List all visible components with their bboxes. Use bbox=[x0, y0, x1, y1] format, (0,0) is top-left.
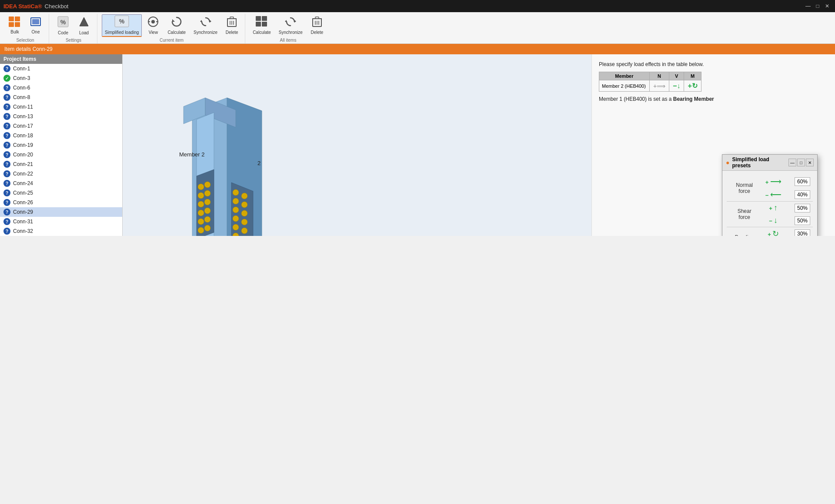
m-cell[interactable]: +↻ bbox=[684, 80, 701, 92]
col-v: V bbox=[669, 72, 684, 80]
sidebar-item-conn-20[interactable]: ? Conn-20 bbox=[0, 150, 122, 159]
sidebar-item-conn-19[interactable]: ? Conn-19 bbox=[0, 140, 122, 150]
svg-point-12 bbox=[151, 20, 155, 23]
delete-all-icon bbox=[312, 16, 322, 29]
synchronize-all-button[interactable]: Synchronize bbox=[276, 14, 306, 37]
conn25-label: Conn-25 bbox=[13, 190, 33, 196]
simplified-loading-icon: % bbox=[114, 15, 129, 29]
svg-point-53 bbox=[204, 208, 210, 214]
svg-point-56 bbox=[198, 227, 204, 233]
conn3-label: Conn-3 bbox=[13, 75, 30, 81]
minimize-button[interactable]: — bbox=[804, 2, 812, 10]
svg-point-58 bbox=[233, 189, 239, 196]
sidebar-item-conn-25[interactable]: ? Conn-25 bbox=[0, 188, 122, 198]
sidebar-item-conn-1[interactable]: ? Conn-1 bbox=[0, 64, 122, 73]
svg-point-64 bbox=[233, 216, 239, 222]
conn20-icon: ? bbox=[3, 151, 10, 158]
selection-items: Bulk One bbox=[5, 14, 45, 37]
calculate-all-icon bbox=[256, 16, 268, 29]
item-details-text: Item details Conn-29 bbox=[4, 46, 53, 52]
svg-marker-17 bbox=[200, 20, 202, 23]
sidebar-item-conn-17[interactable]: ? Conn-17 bbox=[0, 121, 122, 131]
shear-force-plus-pct[interactable]: 50% bbox=[785, 202, 813, 215]
maximize-button[interactable]: □ bbox=[813, 2, 822, 10]
normal-force-minus-icon: − ⟵ bbox=[762, 188, 785, 202]
conn19-label: Conn-19 bbox=[13, 142, 33, 148]
titlebar-left: IDEA StatiCa® Checkbot bbox=[3, 3, 68, 10]
sidebar-item-conn-13[interactable]: ? Conn-13 bbox=[0, 112, 122, 121]
sidebar-item-conn-32[interactable]: ? Conn-32 bbox=[0, 226, 122, 236]
selection-group-label: Selection bbox=[16, 37, 34, 43]
v-cell[interactable]: −↓ bbox=[669, 80, 684, 92]
conn31-label: Conn-31 bbox=[13, 219, 33, 225]
view-button[interactable]: View bbox=[144, 14, 163, 37]
sidebar-item-conn-8[interactable]: ? Conn-8 bbox=[0, 93, 122, 102]
app-logo: IDEA StatiCa® bbox=[3, 3, 42, 10]
synchronize-button[interactable]: Synchronize bbox=[190, 14, 220, 37]
sidebar-item-conn-18[interactable]: ? Conn-18 bbox=[0, 131, 122, 140]
dialog-maximize-button[interactable]: □ bbox=[797, 159, 805, 166]
sidebar-item-conn-11[interactable]: ? Conn-11 bbox=[0, 102, 122, 112]
sidebar-item-conn-3[interactable]: ✓ Conn-3 bbox=[0, 73, 122, 83]
code-button[interactable]: % Code bbox=[53, 14, 73, 37]
normal-force-minus-pct[interactable]: 40% bbox=[785, 188, 813, 202]
delete-all-button[interactable]: Delete bbox=[307, 14, 327, 37]
code-icon: % bbox=[57, 16, 69, 30]
sidebar-item-conn-24[interactable]: ? Conn-24 bbox=[0, 179, 122, 188]
conn26-icon: ? bbox=[3, 199, 10, 206]
conn11-label: Conn-11 bbox=[13, 104, 33, 110]
dialog-close-button[interactable]: ✕ bbox=[806, 159, 814, 166]
svg-text:2: 2 bbox=[257, 160, 261, 166]
conn19-icon: ? bbox=[3, 142, 10, 149]
delete-button[interactable]: Delete bbox=[222, 14, 241, 37]
svg-rect-0 bbox=[9, 17, 14, 21]
svg-marker-28 bbox=[294, 20, 296, 23]
bending-moment-plus-icon: + ↻ bbox=[762, 227, 785, 236]
v-arrows: −↓ bbox=[673, 82, 680, 90]
ribbon-group-all: Calculate Synchronize bbox=[246, 14, 330, 43]
calculate-button[interactable]: Calculate bbox=[164, 14, 189, 37]
bending-moment-plus-pct[interactable]: 30% bbox=[785, 227, 813, 236]
sidebar-item-conn-31[interactable]: ? Conn-31 bbox=[0, 217, 122, 226]
svg-point-65 bbox=[241, 219, 247, 225]
svg-text:%: % bbox=[119, 18, 125, 25]
bulk-button[interactable]: Bulk bbox=[5, 14, 24, 37]
svg-point-66 bbox=[233, 224, 239, 230]
svg-point-63 bbox=[241, 210, 247, 216]
sidebar-item-conn-22[interactable]: ? Conn-22 bbox=[0, 169, 122, 179]
ribbon: Bulk One Selection bbox=[0, 12, 835, 44]
synchronize-all-icon bbox=[284, 16, 297, 29]
sidebar-item-conn-6[interactable]: ? Conn-6 bbox=[0, 83, 122, 93]
calculate-all-button[interactable]: Calculate bbox=[250, 14, 274, 37]
sidebar-item-conn-21[interactable]: ? Conn-21 bbox=[0, 159, 122, 169]
svg-text:%: % bbox=[60, 19, 66, 26]
load-button[interactable]: Load bbox=[74, 14, 94, 37]
conn29-label: Conn-29 bbox=[13, 209, 33, 215]
svg-point-55 bbox=[204, 216, 210, 222]
conn6-label: Conn-6 bbox=[13, 85, 30, 91]
svg-point-50 bbox=[198, 201, 204, 207]
one-label: One bbox=[32, 30, 40, 35]
normal-force-plus-pct[interactable]: 60% bbox=[785, 175, 813, 188]
simplified-loading-button[interactable]: % Simplified loading bbox=[102, 14, 142, 37]
one-button[interactable]: One bbox=[26, 14, 45, 37]
svg-marker-16 bbox=[210, 20, 211, 23]
conn26-label: Conn-26 bbox=[13, 199, 33, 206]
sidebar-item-conn-26[interactable]: ? Conn-26 bbox=[0, 198, 122, 207]
dialog-app-icon: ● bbox=[726, 159, 729, 166]
col-member: Member bbox=[599, 72, 650, 80]
normal-force-plus-icon: + ⟶ bbox=[762, 175, 785, 188]
shear-force-minus-pct[interactable]: 50% bbox=[785, 214, 813, 227]
normal-force-label: Normalforce bbox=[727, 175, 762, 202]
bulk-icon bbox=[9, 17, 21, 29]
conn20-label: Conn-20 bbox=[13, 152, 33, 158]
view-icon bbox=[147, 16, 159, 29]
n-cell[interactable]: +⟹ bbox=[649, 80, 669, 92]
close-button[interactable]: ✕ bbox=[823, 2, 832, 10]
dialog-title-text: Simplified load presets bbox=[732, 156, 788, 169]
sidebar-item-conn-29[interactable]: ? Conn-29 bbox=[0, 207, 122, 217]
dialog-minimize-button[interactable]: — bbox=[788, 159, 796, 166]
calculate-label: Calculate bbox=[167, 30, 186, 35]
svg-point-67 bbox=[241, 228, 247, 234]
svg-marker-29 bbox=[285, 20, 287, 23]
